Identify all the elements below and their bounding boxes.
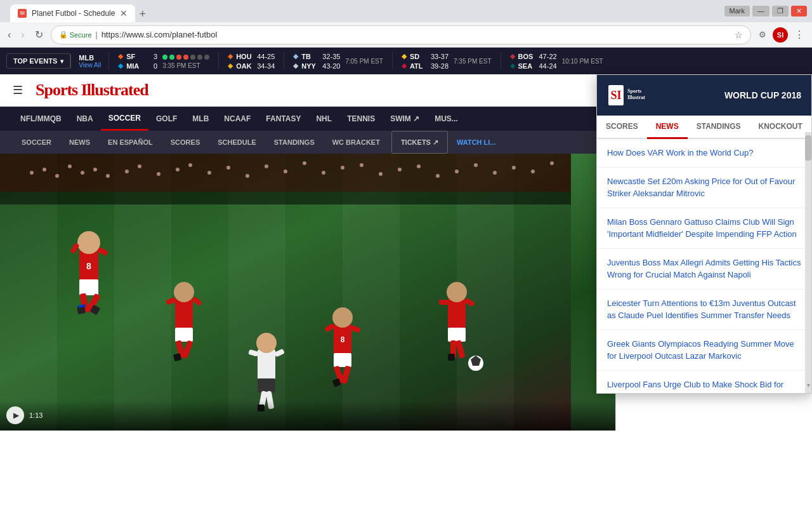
- subnav-standings[interactable]: STANDINGS: [265, 131, 324, 154]
- svg-point-71: [322, 171, 325, 175]
- wc-news-link-1[interactable]: How Does VAR Work in the World Cup?: [607, 148, 753, 157]
- forward-button[interactable]: ›: [18, 27, 27, 43]
- wc-news-link-7[interactable]: Liverpool Fans Urge Club to Make Shock B…: [607, 380, 783, 394]
- wc-news-link-4[interactable]: Juventus Boss Max Allegri Admits Getting…: [607, 258, 801, 280]
- wc-news-3[interactable]: Milan Boss Gennaro Gattuso Claims Club W…: [597, 208, 811, 249]
- bos-game-time: 10:10 PM EST: [562, 58, 603, 65]
- svg-point-59: [106, 174, 110, 178]
- wc-news-link-5[interactable]: Leicester Turn Attentions to €13m Juvent…: [607, 298, 796, 321]
- team-atl: ◆ ATL 39-28: [402, 62, 449, 70]
- sea-icon: ◆: [510, 62, 515, 70]
- tab-close-button[interactable]: ✕: [120, 8, 128, 18]
- wc-news-6[interactable]: Greek Giants Olympiacos Readying Summer …: [597, 330, 811, 371]
- subnav-scores[interactable]: SCORES: [162, 131, 209, 154]
- bos-icon: ◆: [510, 52, 515, 60]
- ind1: [162, 55, 167, 60]
- mlb-label: MLB: [79, 54, 101, 62]
- nav-ncaaf[interactable]: NCAAF: [216, 107, 258, 131]
- wc-news-list: How Does VAR Work in the World Cup? Newc…: [597, 139, 811, 393]
- nav-golf[interactable]: GOLF: [148, 107, 185, 131]
- svg-point-70: [303, 161, 306, 165]
- svg-text:Sports: Sports: [627, 88, 641, 94]
- svg-point-78: [455, 170, 459, 173]
- hou-score: 44-25: [257, 53, 275, 60]
- nav-mlb[interactable]: MLB: [185, 107, 216, 131]
- scrollbar-down-arrow[interactable]: ▾: [805, 380, 811, 390]
- svg-point-77: [436, 174, 440, 178]
- wc-news-4[interactable]: Juventus Boss Max Allegri Admits Getting…: [597, 249, 811, 290]
- play-button[interactable]: ▶: [6, 406, 24, 424]
- subnav-watch-live[interactable]: WATCH LI...: [448, 131, 505, 154]
- subnav-news[interactable]: NEWS: [60, 131, 99, 154]
- nav-swim[interactable]: SWIM ↗: [383, 107, 427, 131]
- wc-tab-news[interactable]: NEWS: [647, 116, 688, 139]
- wc-news-7[interactable]: Liverpool Fans Urge Club to Make Shock B…: [597, 371, 811, 394]
- mia-abbr: MIA: [126, 62, 144, 70]
- subnav-schedule[interactable]: SCHEDULE: [209, 131, 265, 154]
- nav-nhl[interactable]: NHL: [308, 107, 339, 131]
- wc-tab-knockout[interactable]: KNOCKOUT: [749, 116, 811, 139]
- wc-news-1[interactable]: How Does VAR Work in the World Cup?: [597, 139, 811, 168]
- svg-point-61: [138, 164, 141, 168]
- subnav-soccer[interactable]: SOCCER: [13, 131, 60, 154]
- svg-point-56: [68, 164, 72, 168]
- reload-button[interactable]: ↻: [32, 26, 46, 43]
- sea-abbr: SEA: [518, 62, 536, 70]
- play-icon: ▶: [13, 411, 19, 420]
- scores-bar: TOP EVENTS MLB View All ◆ SF 3 ◆ MIA 0: [0, 48, 812, 74]
- subnav-espanol[interactable]: EN ESPAÑOL: [99, 131, 162, 154]
- team-sea: ◆ SEA 44-24: [510, 62, 557, 70]
- close-button[interactable]: ✕: [791, 6, 807, 17]
- oak-icon: ◆: [228, 62, 233, 70]
- score-teams-bos-sea: ◆ BOS 47-22 ◆ SEA 44-24: [510, 52, 557, 70]
- hamburger-menu[interactable]: ☰: [13, 83, 23, 97]
- back-button[interactable]: ‹: [5, 27, 13, 43]
- top-events-button[interactable]: TOP EVENTS: [6, 53, 70, 69]
- svg-point-66: [226, 166, 230, 170]
- subnav-wc-bracket[interactable]: WC BRACKET: [324, 131, 389, 154]
- wc-tab-standings[interactable]: STANDINGS: [688, 116, 750, 139]
- si-logo-svg: SI Sports Illustrated: [607, 83, 645, 108]
- svg-point-67: [246, 174, 249, 178]
- sf-abbr: SF: [126, 53, 144, 60]
- nav-soccer[interactable]: SOCCER: [101, 107, 148, 131]
- new-tab-button[interactable]: +: [135, 8, 150, 21]
- wc-news-link-3[interactable]: Milan Boss Gennaro Gattuso Claims Club W…: [607, 217, 797, 239]
- wc-news-2[interactable]: Newcastle Set £20m Asking Price for Out …: [597, 168, 811, 208]
- nav-tennis[interactable]: TENNIS: [339, 107, 383, 131]
- wc-news-5[interactable]: Leicester Turn Attentions to €13m Juvent…: [597, 290, 811, 330]
- scrollbar-track[interactable]: ▾: [805, 132, 811, 393]
- mlb-section: MLB View All: [70, 54, 108, 69]
- menu-icon[interactable]: ⋮: [792, 26, 807, 43]
- svg-point-82: [531, 170, 535, 173]
- si-logo-text: Sports Illustrated: [36, 81, 148, 99]
- scrollbar-thumb[interactable]: [805, 135, 811, 161]
- wc-news-link-2[interactable]: Newcastle Set £20m Asking Price for Out …: [607, 177, 795, 199]
- sd-game-time: 7:35 PM EST: [454, 58, 491, 65]
- nav-nfl[interactable]: NFL/MMQB: [13, 107, 69, 131]
- address-bar[interactable]: 🔒 Secure | https://www.si.com/planet-fut…: [51, 25, 751, 44]
- bookmark-icon[interactable]: ☆: [735, 30, 743, 40]
- nav-fantasy[interactable]: FANTASY: [258, 107, 308, 131]
- score-teams-tb-nyy: ◆ TB 32-35 ◆ NYY 43-20: [293, 52, 340, 70]
- minimize-button[interactable]: —: [752, 6, 769, 17]
- ind4: [183, 55, 188, 60]
- svg-point-35: [332, 307, 353, 328]
- wc-tab-scores[interactable]: SCORES: [597, 116, 647, 139]
- svg-rect-49: [448, 354, 455, 361]
- subnav-tickets[interactable]: TICKETS ↗: [391, 131, 448, 154]
- nav-mus[interactable]: MUS...: [427, 107, 466, 131]
- mlb-view-all[interactable]: View All: [79, 62, 101, 69]
- tb-abbr: TB: [301, 53, 319, 60]
- wc-news-link-6[interactable]: Greek Giants Olympiacos Readying Summer …: [607, 339, 794, 361]
- extensions-icon[interactable]: ⚙: [756, 27, 769, 42]
- svg-point-58: [93, 168, 97, 171]
- si-extension-icon[interactable]: SI: [773, 27, 788, 43]
- chrome-tab-active[interactable]: SI Planet Futbol - Schedule ✕: [10, 4, 135, 22]
- wc-tabs: SCORES NEWS STANDINGS KNOCKOUT: [597, 116, 811, 139]
- sd-score: 33-37: [431, 53, 449, 60]
- restore-button[interactable]: ❐: [772, 6, 789, 17]
- si-logo: Sports Illustrated: [36, 81, 148, 100]
- nav-nba[interactable]: NBA: [69, 107, 101, 131]
- team-mia: ◆ MIA 0: [118, 62, 157, 70]
